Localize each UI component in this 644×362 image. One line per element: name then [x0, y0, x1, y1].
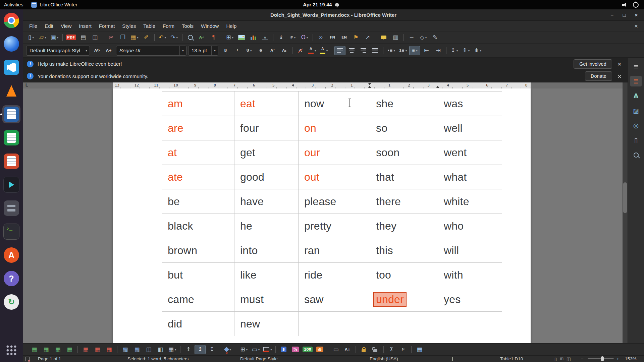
sight-word[interactable]: on: [304, 122, 316, 134]
dock-vscode[interactable]: [2, 58, 20, 76]
dock-libreoffice-writer[interactable]: [2, 105, 20, 123]
numbered-list-button[interactable]: 1≡▾: [397, 46, 409, 55]
insert-chart-button[interactable]: [248, 33, 259, 42]
print-preview-button[interactable]: ◫: [90, 33, 101, 42]
table-cell[interactable]: eat: [234, 92, 299, 116]
zoom-out-button[interactable]: −: [581, 356, 584, 362]
table-cell[interactable]: please: [299, 189, 370, 214]
dock-libreoffice-impress[interactable]: [2, 152, 20, 170]
sight-word[interactable]: am: [168, 98, 183, 110]
table-cell[interactable]: did: [162, 312, 234, 336]
dock-blue-sphere-app[interactable]: [2, 35, 20, 53]
sight-word[interactable]: ran: [304, 244, 320, 257]
chevron-down-icon[interactable]: ▾: [457, 49, 458, 52]
delete-table-button[interactable]: ▦: [104, 345, 115, 354]
insert-column-before-button[interactable]: ▦: [52, 345, 63, 354]
chevron-down-icon[interactable]: ▾: [326, 49, 328, 52]
border-style-button[interactable]: ▭▾: [250, 345, 261, 354]
table-cell[interactable]: brown: [162, 238, 234, 263]
dock-app-grid[interactable]: [2, 341, 20, 359]
merge-cells-button[interactable]: ◫: [143, 345, 154, 354]
language-status[interactable]: English (USA): [370, 356, 398, 362]
table-cell[interactable]: pretty: [299, 214, 370, 238]
sidebar-gallery-tab[interactable]: ▨: [630, 105, 642, 116]
sight-word[interactable]: so: [376, 122, 387, 134]
sight-word[interactable]: get: [240, 146, 255, 159]
insert-cross-reference-button[interactable]: ↗: [362, 33, 373, 42]
sight-word[interactable]: was: [444, 98, 463, 110]
border-color-button[interactable]: ▾: [262, 345, 273, 354]
table-cell[interactable]: ate: [162, 165, 234, 189]
insert-textbox-button[interactable]: [260, 33, 271, 42]
track-changes-button[interactable]: ▥: [390, 33, 401, 42]
chevron-down-icon[interactable]: ▾: [270, 348, 272, 351]
sight-word[interactable]: our: [304, 146, 320, 159]
sight-word[interactable]: what: [444, 171, 467, 183]
menu-insert[interactable]: Insert: [75, 22, 95, 30]
dock-help[interactable]: [2, 269, 20, 288]
sight-word[interactable]: he: [240, 220, 252, 232]
insert-row-above-button[interactable]: ▦: [29, 345, 40, 354]
table-cell[interactable]: white: [438, 189, 502, 214]
tab-stop-type-selector[interactable]: L: [25, 83, 28, 87]
book-view-button[interactable]: ◫: [567, 356, 571, 361]
bullet-list-button[interactable]: •≡▾: [386, 46, 397, 55]
table-cell[interactable]: that: [370, 165, 438, 189]
font-name-select[interactable]: Segoe UI ▾: [116, 46, 186, 56]
chevron-down-icon[interactable]: ▾: [57, 36, 59, 39]
number-format-percent-button[interactable]: %: [290, 345, 301, 354]
table-cell[interactable]: but: [162, 263, 234, 287]
chevron-down-icon[interactable]: ▾: [258, 348, 260, 351]
chevron-down-icon[interactable]: ▾: [416, 49, 418, 52]
decrease-paragraph-spacing-button[interactable]: ⇟▾: [472, 46, 483, 55]
dock-media-player[interactable]: [2, 176, 20, 194]
save-button[interactable]: ▣▾: [49, 33, 60, 42]
optimize-size-button[interactable]: ▦▾: [167, 345, 178, 354]
sight-word[interactable]: pretty: [304, 220, 331, 232]
chevron-down-icon[interactable]: ▾: [229, 348, 231, 351]
table-cell[interactable]: what: [438, 165, 502, 189]
highlight-color-button[interactable]: ▾: [318, 46, 329, 55]
formula-button[interactable]: fx: [398, 345, 409, 354]
protect-cells-button[interactable]: [358, 345, 369, 354]
sight-word[interactable]: new: [240, 318, 260, 330]
table-cell[interactable]: [438, 312, 502, 336]
menu-styles[interactable]: Styles: [118, 22, 140, 30]
table-cell[interactable]: will: [438, 238, 502, 263]
sidebar-settings-button[interactable]: ≡: [630, 61, 642, 72]
table-cell[interactable]: there: [370, 189, 438, 214]
sight-word[interactable]: good: [240, 171, 264, 183]
insert-table-button[interactable]: ⊞▾: [224, 33, 235, 42]
menu-tools[interactable]: Tools: [178, 22, 197, 30]
table-cell[interactable]: get: [234, 140, 299, 165]
chevron-down-icon[interactable]: ▾: [480, 49, 482, 52]
delete-column-button[interactable]: ▦: [92, 345, 103, 354]
chevron-down-icon[interactable]: ▾: [211, 46, 218, 55]
table-cell[interactable]: black: [162, 214, 234, 238]
sort-button[interactable]: A↓: [342, 345, 353, 354]
chevron-down-icon[interactable]: ▾: [45, 36, 46, 39]
center-vertically-button[interactable]: ↕: [195, 345, 206, 354]
zoom-in-button[interactable]: +: [616, 356, 619, 362]
table-cell[interactable]: like: [234, 263, 299, 287]
menu-help[interactable]: Help: [222, 22, 240, 30]
table-cell[interactable]: they: [370, 214, 438, 238]
align-left-button[interactable]: [334, 46, 345, 55]
number-format-date-button[interactable]: @: [314, 345, 325, 354]
number-format-currency-button[interactable]: $: [278, 345, 289, 354]
chevron-down-icon[interactable]: ▾: [232, 36, 233, 39]
select-cell-button[interactable]: ▩: [120, 345, 131, 354]
sight-word[interactable]: who: [444, 220, 464, 232]
sidebar-style-inspector-tab[interactable]: [630, 149, 642, 160]
select-table-button[interactable]: ▩: [131, 345, 143, 354]
dock-vlc[interactable]: [2, 82, 20, 100]
table-cell[interactable]: was: [438, 92, 502, 116]
table-cell[interactable]: so: [370, 116, 438, 140]
dolch-sight-words-table[interactable]: ameatnowshewasarefouronsowellatgetoursoo…: [162, 91, 502, 336]
increase-indent-button[interactable]: ⇥: [433, 46, 444, 55]
chevron-down-icon[interactable]: ▾: [294, 36, 296, 39]
chevron-down-icon[interactable]: ▾: [179, 46, 186, 55]
close-button[interactable]: ×: [632, 11, 641, 19]
menu-window[interactable]: Window: [197, 22, 222, 30]
multi-page-view-button[interactable]: ⊞: [560, 356, 564, 361]
